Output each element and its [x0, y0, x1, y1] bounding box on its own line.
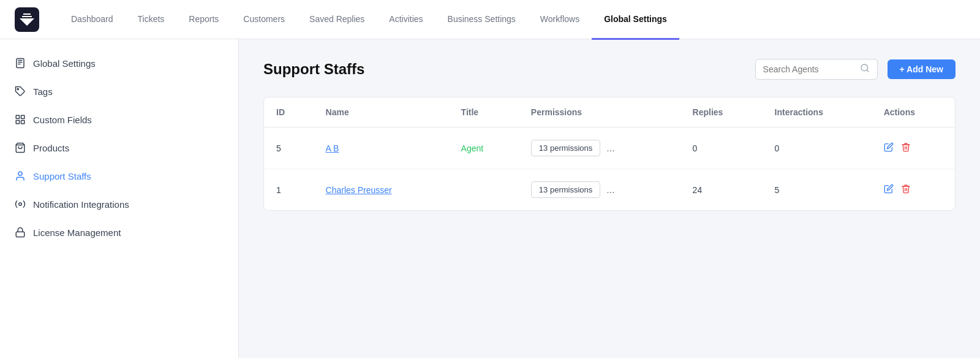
- permissions-button-2[interactable]: 13 permissions: [531, 181, 600, 198]
- table-row: 1 Charles Preusser 13 permissions ...: [264, 169, 955, 211]
- sidebar-item-custom-fields[interactable]: Custom Fields: [0, 105, 238, 134]
- col-name: Name: [314, 97, 449, 128]
- delete-icon-2[interactable]: [901, 184, 911, 196]
- cell-actions-1: [872, 128, 955, 169]
- cell-name-2: Charles Preusser: [314, 169, 449, 211]
- sidebar-item-tags-label: Tags: [33, 86, 53, 97]
- layout: Global Settings Tags Custom Fields: [0, 39, 980, 358]
- staff-name-link-1[interactable]: A B: [326, 143, 339, 153]
- nav-business-settings[interactable]: Business Settings: [435, 1, 528, 40]
- perms-cell-1: 13 permissions ...: [531, 140, 668, 156]
- cell-interactions-1: 0: [763, 128, 872, 169]
- main-content: Support Staffs + Add New ID Name Title: [239, 39, 980, 358]
- svg-rect-7: [16, 121, 19, 124]
- cell-actions-2: [872, 169, 955, 211]
- col-permissions: Permissions: [519, 97, 680, 128]
- sidebar-item-notification-integrations-label: Notification Integrations: [33, 199, 129, 210]
- svg-point-11: [19, 203, 22, 206]
- col-replies: Replies: [680, 97, 763, 128]
- svg-line-14: [867, 70, 869, 72]
- sidebar-item-license-management[interactable]: License Management: [0, 218, 238, 246]
- add-new-button[interactable]: + Add New: [888, 59, 956, 79]
- action-icons-1: [884, 142, 943, 154]
- action-icons-2: [884, 184, 943, 196]
- cell-interactions-2: 5: [763, 169, 872, 211]
- grid-icon: [15, 114, 26, 125]
- svg-rect-6: [21, 115, 24, 118]
- svg-point-4: [17, 88, 18, 90]
- sidebar-item-custom-fields-label: Custom Fields: [33, 115, 92, 125]
- search-icon: [860, 63, 870, 75]
- col-actions: Actions: [872, 97, 955, 128]
- sidebar-item-support-staffs-label: Support Staffs: [33, 171, 91, 181]
- nav-global-settings[interactable]: Global Settings: [592, 1, 679, 40]
- edit-icon-2[interactable]: [884, 184, 894, 196]
- nav-workflows[interactable]: Workflows: [528, 1, 592, 40]
- person-icon: [15, 170, 26, 181]
- sidebar-item-tags[interactable]: Tags: [0, 77, 238, 105]
- sidebar: Global Settings Tags Custom Fields: [0, 39, 239, 358]
- sidebar-item-products[interactable]: Products: [0, 134, 238, 162]
- col-id: ID: [264, 97, 314, 128]
- sidebar-item-notification-integrations[interactable]: Notification Integrations: [0, 190, 238, 218]
- nav-activities[interactable]: Activities: [377, 1, 435, 40]
- table-row: 5 A B Agent 13 permissions ...: [264, 128, 955, 169]
- permissions-button-1[interactable]: 13 permissions: [531, 140, 600, 156]
- nav-dashboard[interactable]: Dashboard: [59, 1, 126, 40]
- staff-name-link-2[interactable]: Charles Preusser: [326, 185, 392, 195]
- topnav: Dashboard Tickets Reports Customers Save…: [0, 0, 980, 39]
- sidebar-item-global-settings[interactable]: Global Settings: [0, 49, 238, 77]
- cell-title-2: [449, 169, 519, 211]
- svg-rect-8: [21, 121, 24, 124]
- staff-table: ID Name Title Permissions Replies Intera…: [264, 97, 955, 210]
- col-title: Title: [449, 97, 519, 128]
- edit-icon-1[interactable]: [884, 142, 894, 154]
- agent-badge-1: Agent: [461, 143, 484, 153]
- svg-rect-12: [16, 232, 24, 237]
- document-icon: [15, 58, 26, 69]
- nav-links: Dashboard Tickets Reports Customers Save…: [59, 0, 965, 39]
- nav-reports[interactable]: Reports: [176, 1, 231, 40]
- search-input[interactable]: [763, 64, 855, 74]
- sidebar-item-license-management-label: License Management: [33, 227, 121, 238]
- nav-customers[interactable]: Customers: [231, 1, 297, 40]
- svg-rect-5: [16, 115, 19, 118]
- cell-id-1: 5: [264, 128, 314, 169]
- delete-icon-1[interactable]: [901, 142, 911, 154]
- cell-name-1: A B: [314, 128, 449, 169]
- page-title: Support Staffs: [263, 61, 755, 78]
- dot-menu-1[interactable]: ...: [606, 143, 614, 154]
- search-box: [755, 59, 878, 80]
- cell-title-1: Agent: [449, 128, 519, 169]
- col-interactions: Interactions: [763, 97, 872, 128]
- cell-permissions-2: 13 permissions ...: [519, 169, 680, 211]
- nav-saved-replies[interactable]: Saved Replies: [297, 1, 377, 40]
- bag-icon: [15, 142, 26, 153]
- main-header: Support Staffs + Add New: [263, 59, 956, 80]
- sidebar-item-support-staffs[interactable]: Support Staffs: [0, 162, 238, 190]
- bell-icon: [15, 199, 26, 210]
- cell-replies-1: 0: [680, 128, 763, 169]
- logo: [15, 7, 39, 32]
- svg-point-10: [18, 172, 22, 175]
- nav-tickets[interactable]: Tickets: [126, 1, 177, 40]
- cell-permissions-1: 13 permissions ...: [519, 128, 680, 169]
- sidebar-item-products-label: Products: [33, 143, 69, 153]
- dot-menu-2[interactable]: ...: [606, 185, 614, 196]
- tag-icon: [15, 86, 26, 97]
- lock-icon: [15, 227, 26, 238]
- cell-replies-2: 24: [680, 169, 763, 211]
- cell-id-2: 1: [264, 169, 314, 211]
- table-header-row: ID Name Title Permissions Replies Intera…: [264, 97, 955, 128]
- sidebar-item-global-settings-label: Global Settings: [33, 58, 96, 69]
- perms-cell-2: 13 permissions ...: [531, 181, 668, 198]
- staff-table-container: ID Name Title Permissions Replies Intera…: [263, 97, 956, 211]
